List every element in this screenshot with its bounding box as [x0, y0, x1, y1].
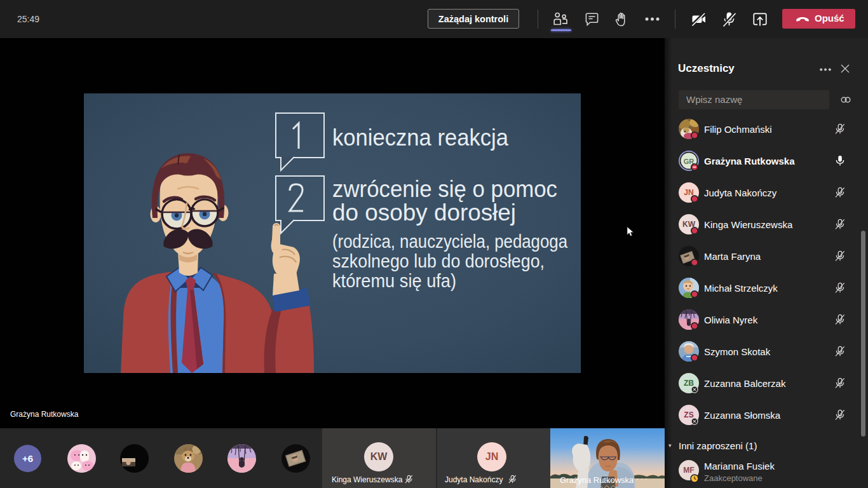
svg-text:szkolnego lub do dorosłego,: szkolnego lub do dorosłego,	[332, 251, 545, 271]
svg-text:(rodzica, nauczyciela, pedagog: (rodzica, nauczyciela, pedagoga	[332, 231, 568, 252]
svg-text:konieczna reakcja: konieczna reakcja	[332, 125, 509, 151]
svg-text:Grażyna Rutkowska: Grażyna Rutkowska	[560, 475, 634, 485]
svg-text:któremu się ufa): któremu się ufa)	[332, 271, 456, 291]
svg-text:do osoby dorosłej: do osoby dorosłej	[332, 200, 516, 226]
svg-text:zwrócenie się o pomoc: zwrócenie się o pomoc	[332, 176, 557, 202]
